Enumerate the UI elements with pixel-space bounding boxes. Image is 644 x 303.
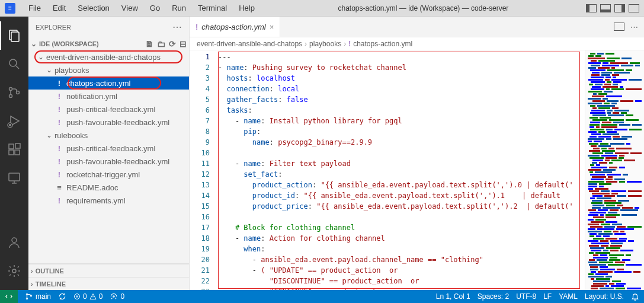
chevron-down-icon: ⌄ (46, 66, 55, 74)
tree-label: rocketchat-trigger.yml (66, 170, 140, 179)
sidebar-more-icon[interactable]: ⋯ (172, 21, 182, 33)
editor-content[interactable]: 1234567891011121314151617181920212223 --… (190, 50, 644, 290)
status-encoding[interactable]: UTF-8 (516, 292, 536, 301)
yaml-file-icon: ! (55, 170, 64, 179)
status-branch[interactable]: main (25, 292, 51, 301)
svg-point-25 (92, 298, 93, 298)
tree-folder-rulebooks[interactable]: ⌄ rulebooks (28, 129, 189, 142)
activity-explorer-icon[interactable] (0, 21, 28, 50)
status-notifications-icon[interactable] (631, 292, 639, 301)
tree-file-push-favourable-1[interactable]: ! push-favourable-feedback.yml (28, 116, 189, 129)
breadcrumb-seg[interactable]: playbooks (309, 40, 341, 48)
tab-chatops-action[interactable]: ! chatops-action.yml × (190, 17, 280, 37)
editor-area: ! chatops-action.yml × ⋯ event-driven-an… (190, 17, 644, 290)
collapse-all-icon[interactable]: ⊟ (180, 39, 187, 49)
tree-file-push-critical-1[interactable]: ! push-critical-feedback.yml (28, 103, 189, 116)
breadcrumb-seg[interactable]: chatops-action.yml (353, 40, 412, 48)
line-number-gutter: 1234567891011121314151617181920212223 (190, 50, 218, 290)
status-indentation[interactable]: Spaces: 2 (478, 292, 509, 301)
svg-rect-13 (9, 173, 20, 181)
status-sync[interactable] (58, 292, 66, 301)
chevron-right-icon: › (31, 280, 33, 288)
svg-point-18 (26, 294, 27, 295)
editor-more-icon[interactable]: ⋯ (630, 23, 638, 31)
menu-edit[interactable]: Edit (47, 1, 72, 15)
tree-file-notification[interactable]: ! notification.yml (28, 90, 189, 103)
new-folder-icon[interactable]: 🗀 (157, 39, 165, 49)
statusbar: main 0 0 0 Ln 1, Col 1 Spaces: 2 UTF-8 L… (0, 290, 644, 303)
status-ports[interactable]: 0 (110, 292, 124, 301)
outline-section-header[interactable]: › Outline (28, 264, 189, 277)
app-icon: ≡ (5, 3, 15, 14)
status-eol[interactable]: LF (543, 292, 552, 301)
window-title: chatops-action.yml — ide (Workspace) — c… (261, 4, 586, 12)
timeline-section-header[interactable]: › Timeline (28, 277, 189, 290)
toggle-sidebar-icon[interactable] (586, 4, 597, 12)
status-problems[interactable]: 0 0 (73, 292, 102, 301)
chevron-down-icon: ⌄ (46, 131, 55, 139)
activity-extensions-icon[interactable] (0, 135, 28, 164)
activity-run-debug-icon[interactable] (0, 107, 28, 135)
activity-accounts-icon[interactable] (0, 228, 28, 257)
activity-search-icon[interactable] (0, 50, 28, 78)
status-keyboard-layout[interactable]: Layout: U.S. (585, 292, 624, 301)
tree-file-rocketchat-trigger[interactable]: ! rocketchat-trigger.yml (28, 168, 189, 181)
menu-selection[interactable]: Selection (72, 1, 115, 15)
customize-layout-icon[interactable] (629, 4, 639, 12)
split-editor-icon[interactable] (614, 23, 624, 31)
yaml-file-icon: ! (55, 144, 64, 153)
remote-indicator[interactable] (0, 290, 18, 303)
chevron-down-icon: ⌄ (31, 40, 37, 48)
menu-help[interactable]: Help (233, 1, 261, 15)
svg-point-2 (9, 59, 17, 66)
svg-rect-12 (15, 143, 20, 148)
menu-file[interactable]: File (23, 1, 47, 15)
toggle-secondary-sidebar-icon[interactable] (614, 4, 625, 12)
svg-point-26 (113, 296, 114, 297)
tree-file-chatops-action[interactable]: ! chatops-action.yml (28, 76, 189, 90)
svg-point-17 (12, 269, 16, 273)
refresh-icon[interactable]: ⟳ (169, 39, 176, 49)
menu-go[interactable]: Go (144, 1, 166, 15)
yaml-file-icon: ! (348, 40, 351, 48)
activity-settings-icon[interactable] (0, 257, 28, 285)
workspace-section-header[interactable]: ⌄ IDE (WORKSPACE) 🗎 🗀 ⟳ ⊟ (28, 37, 189, 50)
adoc-file-icon: ≡ (55, 183, 64, 192)
tree-label: push-favourable-feedback.yml (66, 157, 169, 166)
minimap[interactable] (585, 50, 644, 290)
menu-view[interactable]: View (116, 1, 144, 15)
menu-terminal[interactable]: Terminal (192, 1, 233, 15)
svg-rect-9 (9, 144, 14, 149)
tree-file-readme[interactable]: ⌄ ≡ README.adoc (28, 181, 189, 194)
tree-label: notification.yml (66, 92, 117, 101)
status-language[interactable]: YAML (559, 292, 578, 301)
activity-remote-explorer-icon[interactable] (0, 164, 28, 192)
sidebar: Explorer ⋯ ⌄ IDE (WORKSPACE) 🗎 🗀 ⟳ ⊟ ⌄ e… (28, 17, 190, 290)
branch-name: main (36, 292, 51, 301)
yaml-file-icon: ! (55, 105, 64, 114)
breadcrumb-seg[interactable]: event-driven-ansible-and-chatops (197, 40, 302, 48)
activity-source-control-icon[interactable] (0, 78, 28, 107)
tree-label: chatops-action.yml (66, 79, 130, 88)
tree-folder-playbooks[interactable]: ⌄ playbooks (28, 63, 189, 76)
timeline-label: Timeline (36, 280, 66, 288)
tab-close-icon[interactable]: × (270, 23, 274, 31)
tree-label: push-critical-feedback.yml (66, 105, 155, 114)
error-count: 0 (83, 292, 87, 301)
breadcrumb[interactable]: event-driven-ansible-and-chatops › playb… (190, 37, 644, 50)
yaml-file-icon: ! (55, 196, 64, 205)
svg-point-16 (12, 238, 17, 243)
svg-point-4 (9, 88, 12, 91)
tab-bar: ! chatops-action.yml × ⋯ (190, 17, 644, 37)
tree-folder-root[interactable]: ⌄ event-driven-ansible-and-chatops (28, 50, 189, 63)
tree-file-push-critical-2[interactable]: ! push-critical-feedback.yml (28, 142, 189, 155)
tree-file-push-favourable-2[interactable]: ! push-favourable-feedback.yml (28, 155, 189, 168)
menu-run[interactable]: Run (166, 1, 192, 15)
toggle-panel-icon[interactable] (600, 4, 611, 12)
file-tree: ⌄ event-driven-ansible-and-chatops ⌄ pla… (28, 50, 189, 263)
new-file-icon[interactable]: 🗎 (145, 39, 153, 49)
svg-point-5 (9, 95, 12, 98)
code-area[interactable]: ---- name: Pushing survey to rocketchat … (218, 50, 585, 290)
status-cursor-position[interactable]: Ln 1, Col 1 (436, 292, 470, 301)
tree-file-requirements[interactable]: ⌄ ! requirements.yml (28, 194, 189, 207)
